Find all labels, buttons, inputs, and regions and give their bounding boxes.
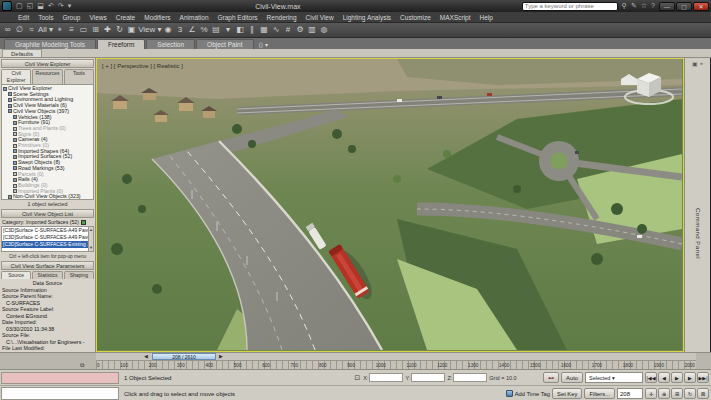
surface-params-tab[interactable]: Source (1, 271, 31, 279)
ribbon-tab[interactable]: Object Paint (196, 39, 253, 49)
window-crossing-icon[interactable]: ⊞ (90, 24, 101, 36)
command-panel-pin-icon[interactable]: ▣ (692, 60, 698, 67)
time-slider-next-icon[interactable]: ▶ (219, 353, 223, 360)
minimize-button[interactable]: — (659, 2, 675, 11)
maximize-button[interactable]: ▢ (676, 2, 692, 11)
select-and-rotate-icon[interactable]: ↻ (114, 24, 125, 36)
zoom-view-icon[interactable]: ⊕ (658, 388, 670, 399)
maxscript-mini-listener-pink[interactable] (1, 372, 119, 384)
previous-frame-icon[interactable]: ◀ (658, 372, 670, 383)
curve-editor-icon[interactable]: ∿ (271, 24, 282, 36)
object-list-item[interactable]: [C3D]Surface C-SURFACES-A49 PavedSur (2, 227, 93, 234)
key-filters-button[interactable]: Filters... (584, 388, 615, 399)
scroll-up-icon[interactable]: ▲ (89, 227, 93, 233)
ribbon-tab[interactable]: Graphite Modeling Tools (4, 39, 96, 49)
menu-item[interactable]: Civil View (302, 14, 338, 21)
save-file-icon[interactable]: ⬓ (35, 1, 46, 11)
defaults-tab[interactable]: Defaults (2, 49, 42, 57)
unlink-selection-icon[interactable]: ∅ (14, 24, 25, 36)
menu-item[interactable]: Help (476, 14, 497, 21)
edit-named-selection-sets-icon[interactable]: ▤ (211, 24, 222, 36)
align-icon[interactable]: ∥ (247, 24, 258, 36)
select-and-scale-icon[interactable]: ▣ (126, 24, 137, 36)
undo-icon[interactable]: ↶ (46, 1, 56, 11)
z-coord-field[interactable] (453, 373, 487, 382)
angle-snap-icon[interactable]: ∠ (187, 24, 198, 36)
time-slider-prev-icon[interactable]: ◀ (144, 353, 148, 360)
menu-item[interactable]: Group (58, 14, 84, 21)
maximize-viewport-icon[interactable]: ⊠ (697, 388, 709, 399)
menu-item[interactable]: Create (112, 14, 140, 21)
time-slider-thumb[interactable]: 208 / 2610 (152, 353, 216, 360)
schematic-view-icon[interactable]: # (283, 24, 294, 36)
open-mini-trackbar-icon[interactable]: ⧉ (80, 362, 84, 369)
maxscript-mini-listener-white[interactable] (1, 387, 119, 400)
orbit-view-icon[interactable]: ↻ (684, 388, 696, 399)
redo-icon[interactable]: ↷ (56, 1, 66, 11)
object-list-header[interactable]: Civil View Object List (1, 209, 94, 218)
menu-item[interactable]: Lighting Analysis (339, 14, 395, 21)
snap-toggle-3d-icon[interactable]: 3 (175, 24, 186, 36)
render-production-icon[interactable]: ◍ (319, 24, 330, 36)
bind-to-spacewarp-icon[interactable]: ≈ (26, 24, 37, 36)
render-setup-icon[interactable]: ⚙ (295, 24, 306, 36)
select-and-link-icon[interactable]: ∞ (2, 24, 13, 36)
selection-filter-dropdown[interactable]: All ▾ (38, 24, 53, 36)
new-scene-icon[interactable]: ▢ (14, 1, 25, 11)
menu-item[interactable]: Rendering (263, 14, 301, 21)
ribbon-overflow-icon[interactable]: ⟨⟩ ▾ (259, 41, 268, 49)
percent-snap-icon[interactable]: % (199, 24, 210, 36)
menu-item[interactable]: Graph Editors (214, 14, 262, 21)
time-slider-track[interactable]: ◀ 208 / 2610 ▶ (96, 353, 696, 361)
play-icon[interactable]: ▶ (671, 372, 683, 383)
menu-item[interactable]: Customize (396, 14, 435, 21)
help-icon[interactable]: ? (649, 1, 657, 11)
surface-params-tab[interactable]: Shaping (64, 271, 94, 279)
next-frame-icon[interactable]: ▶ (684, 372, 696, 383)
rect-selection-region-icon[interactable]: ▭ (78, 24, 89, 36)
set-keys-button[interactable]: ⊷ (543, 372, 559, 383)
go-to-end-icon[interactable]: ▶▶| (697, 372, 709, 383)
rendered-frame-window-icon[interactable]: ▥ (307, 24, 318, 36)
object-list-item[interactable]: [C3D]Surface C-SURFACES-A49 PavedSur (2, 234, 93, 241)
object-list-scrollbar[interactable]: ▲ ▼ (88, 227, 93, 251)
named-selection-set-dropdown[interactable]: ▾ (223, 24, 234, 36)
explorer-header[interactable]: Civil View Explorer (1, 59, 94, 68)
menu-item[interactable]: MAXScript (436, 14, 475, 21)
current-frame-field[interactable] (617, 388, 643, 399)
command-panel-collapse-icon[interactable]: » (700, 60, 703, 67)
category-color-swatch[interactable] (81, 220, 86, 225)
menu-item[interactable]: Views (85, 14, 110, 21)
menu-item[interactable]: Edit (14, 14, 33, 21)
object-list-item[interactable]: [C3D]Surface C-SURFACES-Existing 100m (2, 241, 93, 248)
select-and-move-icon[interactable]: ✚ (102, 24, 113, 36)
viewport-label[interactable]: [ + ] [ Perspective ] [ Realistic ] (102, 63, 183, 69)
auto-key-button[interactable]: Auto (561, 372, 583, 383)
layer-manager-icon[interactable]: ▦ (259, 24, 270, 36)
use-pivot-center-icon[interactable]: ◉ (163, 24, 174, 36)
explorer-tab[interactable]: Civil Explorer (1, 69, 31, 84)
close-button[interactable]: ✕ (693, 2, 709, 11)
explorer-tab[interactable]: Resources (32, 69, 62, 84)
perspective-viewport[interactable]: [ + ] [ Perspective ] [ Realistic ] (96, 58, 684, 352)
communication-center-icon[interactable]: ✎ (629, 1, 639, 11)
explorer-tab[interactable]: Tools (64, 69, 94, 84)
command-panel-strip[interactable]: ▣» Command Panel (684, 58, 710, 352)
favorites-icon[interactable]: ☆ (639, 1, 649, 11)
selection-lock-icon[interactable]: ⊡ (353, 374, 361, 382)
y-coord-field[interactable] (411, 373, 445, 382)
menu-item[interactable]: Modifiers (140, 14, 174, 21)
select-object-icon[interactable]: ⌖ (54, 24, 65, 36)
select-by-name-icon[interactable]: ≡ (66, 24, 77, 36)
surface-params-header[interactable]: Civil View Surface Parameters (1, 261, 94, 270)
search-icon[interactable]: ⚲ (620, 1, 629, 11)
workspace-dropdown-icon[interactable]: ▾ (66, 1, 74, 11)
key-mode-dropdown[interactable]: Selected ▾ (585, 372, 643, 383)
mirror-icon[interactable]: ◧ (235, 24, 246, 36)
go-to-start-icon[interactable]: |◀◀ (645, 372, 657, 383)
add-time-tag[interactable]: Add Time Tag (506, 390, 550, 397)
reference-coordinate-dropdown[interactable]: View ▾ (138, 24, 161, 36)
3dsmax-logo-icon[interactable] (2, 1, 12, 11)
menu-item[interactable]: Animation (176, 14, 213, 21)
x-coord-field[interactable] (369, 373, 403, 382)
